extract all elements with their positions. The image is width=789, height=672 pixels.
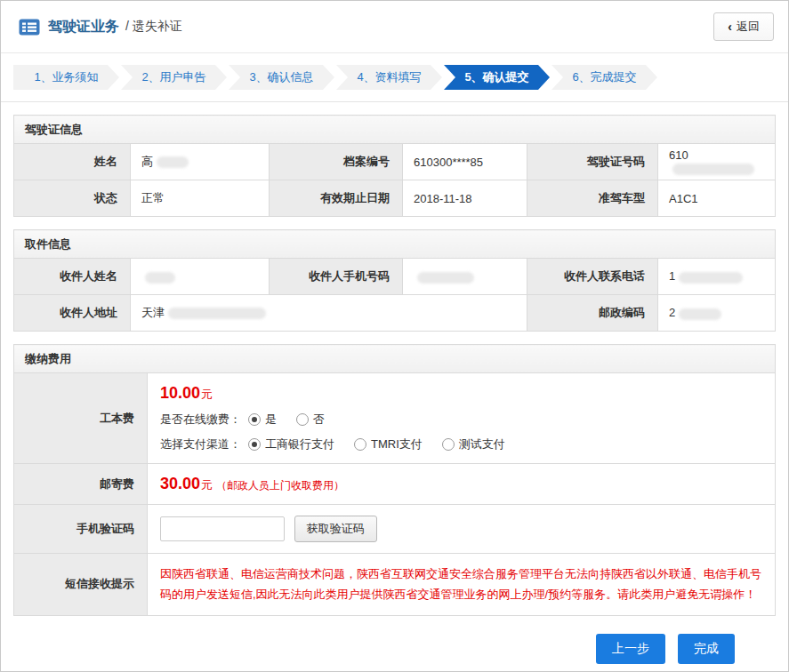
redaction-blur xyxy=(145,272,175,284)
field-value-name: 高 xyxy=(131,144,270,180)
field-label-expiry: 有效期止日期 xyxy=(270,180,403,217)
header: 驾驶证业务 / 遗失补证 ‹ 返回 xyxy=(1,1,788,53)
license-info-table: 驾驶证信息 姓名 高 档案编号 610300****85 驾驶证号码 610 状… xyxy=(13,115,776,217)
redaction-blur xyxy=(679,272,743,284)
radio-label: 测试支付 xyxy=(459,436,505,452)
table-row: 邮寄费 30.00元（邮政人员上门收取费用） xyxy=(14,464,776,505)
pay-channel-question: 选择支付渠道： xyxy=(160,436,241,452)
page: 驾驶证业务 / 遗失补证 ‹ 返回 1、业务须知 2、用户申告 3、确认信息 4… xyxy=(0,0,789,672)
redaction-blur xyxy=(417,272,474,284)
field-label-postal-code: 邮政编码 xyxy=(527,295,658,332)
field-label-production-fee: 工本费 xyxy=(14,373,148,464)
table-row: 姓名 高 档案编号 610300****85 驾驶证号码 610 xyxy=(14,144,776,180)
mailing-fee-unit: 元 xyxy=(201,478,213,492)
section-header-row: 缴纳费用 xyxy=(14,345,776,373)
back-button-label: 返回 xyxy=(737,19,760,35)
page-subtitle: / 遗失补证 xyxy=(125,19,182,35)
field-value-vehicle-class: A1C1 xyxy=(658,180,776,217)
fees-table: 缴纳费用 工本费 10.00元 是否在线缴费： 是 xyxy=(13,344,776,616)
step-nav: 1、业务须知 2、用户申告 3、确认信息 4、资料填写 5、确认提交 6、完成提… xyxy=(1,53,788,102)
field-value-recipient-phone: 1 xyxy=(658,259,776,295)
radio-channel-tmri[interactable]: TMRI支付 xyxy=(354,436,423,452)
table-row: 收件人姓名 收件人手机号码 收件人联系电话 1 xyxy=(14,259,776,295)
production-fee-amount: 10.00 xyxy=(160,384,200,402)
back-button[interactable]: ‹ 返回 xyxy=(713,12,774,41)
step-6-complete-submit[interactable]: 6、完成提交 xyxy=(551,65,657,90)
field-label-license-number: 驾驶证号码 xyxy=(527,144,658,180)
field-value-status: 正常 xyxy=(131,180,270,217)
field-value-recipient-address: 天津 xyxy=(131,295,527,332)
field-label-name: 姓名 xyxy=(14,144,131,180)
production-fee-amount-line: 10.00元 xyxy=(160,384,762,403)
radio-label: 工商银行支付 xyxy=(265,436,334,452)
pickup-info-section-title: 取件信息 xyxy=(14,230,776,259)
pay-channel-option-line: 选择支付渠道： 工商银行支付 TMRI支付 测试支付 xyxy=(160,436,762,452)
radio-checked-icon xyxy=(248,438,261,451)
field-label-mailing-fee: 邮寄费 xyxy=(14,464,148,505)
mailing-fee-content: 30.00元（邮政人员上门收取费用） xyxy=(148,464,776,505)
field-label-recipient-name: 收件人姓名 xyxy=(14,259,131,295)
radio-label: TMRI支付 xyxy=(371,436,423,452)
redaction-blur xyxy=(672,164,754,175)
radio-pay-online-yes[interactable]: 是 xyxy=(248,412,277,428)
section-header-row: 取件信息 xyxy=(14,230,776,259)
pay-online-option-line: 是否在线缴费： 是 否 xyxy=(160,412,762,428)
radio-label: 否 xyxy=(313,412,325,428)
field-value-expiry: 2018-11-18 xyxy=(403,180,527,217)
field-label-sms-code: 手机验证码 xyxy=(14,505,148,554)
table-row: 收件人地址 天津 邮政编码 2 xyxy=(14,295,776,332)
table-row: 短信接收提示 因陕西省联通、电信运营商技术问题，陕西省互联网交通安全综合服务管理… xyxy=(14,554,776,616)
production-fee-unit: 元 xyxy=(201,388,213,401)
breadcrumb: 驾驶证业务 / 遗失补证 xyxy=(19,18,182,36)
mailing-fee-amount: 30.00 xyxy=(160,475,200,492)
license-info-section-title: 驾驶证信息 xyxy=(14,116,776,144)
sms-code-content: 获取验证码 xyxy=(148,505,776,554)
field-value-file-number: 610300****85 xyxy=(403,144,527,180)
get-sms-code-button[interactable]: 获取验证码 xyxy=(294,516,377,542)
sms-code-input[interactable] xyxy=(160,516,285,541)
table-row: 手机验证码 获取验证码 xyxy=(14,505,776,554)
sms-notice-cell: 因陕西省联通、电信运营商技术问题，陕西省互联网交通安全综合服务管理平台无法向持陕… xyxy=(148,554,776,616)
field-label-status: 状态 xyxy=(14,180,131,217)
field-label-recipient-mobile: 收件人手机号码 xyxy=(270,259,403,295)
mailing-fee-note: （邮政人员上门收取费用） xyxy=(216,479,344,492)
field-label-file-number: 档案编号 xyxy=(270,144,403,180)
step-5-confirm-submit[interactable]: 5、确认提交 xyxy=(444,65,550,90)
field-value-license-number: 610 xyxy=(658,144,776,180)
license-service-icon xyxy=(19,19,40,36)
page-title: 驾驶证业务 xyxy=(48,18,119,36)
chevron-left-icon: ‹ xyxy=(728,20,732,33)
step-3-confirm-info[interactable]: 3、确认信息 xyxy=(229,65,334,90)
step-1-business-notice[interactable]: 1、业务须知 xyxy=(13,65,119,90)
prev-step-button[interactable]: 上一步 xyxy=(596,634,665,664)
field-label-recipient-phone: 收件人联系电话 xyxy=(527,259,658,295)
radio-checked-icon xyxy=(248,413,261,426)
redaction-blur xyxy=(168,308,266,319)
step-4-fill-info[interactable]: 4、资料填写 xyxy=(336,65,442,90)
section-header-row: 驾驶证信息 xyxy=(14,116,776,144)
footer-actions: 上一步 完成 xyxy=(13,616,776,672)
redaction-blur xyxy=(157,156,189,168)
main-content: 驾驶证信息 姓名 高 档案编号 610300****85 驾驶证号码 610 状… xyxy=(1,115,788,672)
radio-unchecked-icon xyxy=(296,413,309,426)
field-label-sms-notice: 短信接收提示 xyxy=(14,554,148,616)
radio-pay-online-no[interactable]: 否 xyxy=(296,412,325,428)
table-row: 状态 正常 有效期止日期 2018-11-18 准驾车型 A1C1 xyxy=(14,180,776,217)
field-value-recipient-name xyxy=(131,259,270,295)
field-value-postal-code: 2 xyxy=(658,295,776,332)
redaction-blur xyxy=(679,308,721,320)
radio-channel-icbc[interactable]: 工商银行支付 xyxy=(248,436,334,452)
sms-notice-text: 因陕西省联通、电信运营商技术问题，陕西省互联网交通安全综合服务管理平台无法向持陕… xyxy=(158,554,764,615)
field-label-recipient-address: 收件人地址 xyxy=(14,295,131,332)
radio-unchecked-icon xyxy=(442,438,455,451)
finish-button[interactable]: 完成 xyxy=(678,634,735,664)
pay-online-question: 是否在线缴费： xyxy=(160,412,241,428)
table-row: 工本费 10.00元 是否在线缴费： 是 否 xyxy=(14,373,776,464)
radio-unchecked-icon xyxy=(354,438,366,451)
step-2-user-declaration[interactable]: 2、用户申告 xyxy=(121,65,227,90)
radio-label: 是 xyxy=(265,412,277,428)
pickup-info-table: 取件信息 收件人姓名 收件人手机号码 收件人联系电话 1 收件人地址 天津 邮政… xyxy=(13,229,776,332)
radio-channel-test[interactable]: 测试支付 xyxy=(442,436,505,452)
field-label-vehicle-class: 准驾车型 xyxy=(527,180,658,217)
production-fee-content: 10.00元 是否在线缴费： 是 否 选择支 xyxy=(148,373,776,464)
